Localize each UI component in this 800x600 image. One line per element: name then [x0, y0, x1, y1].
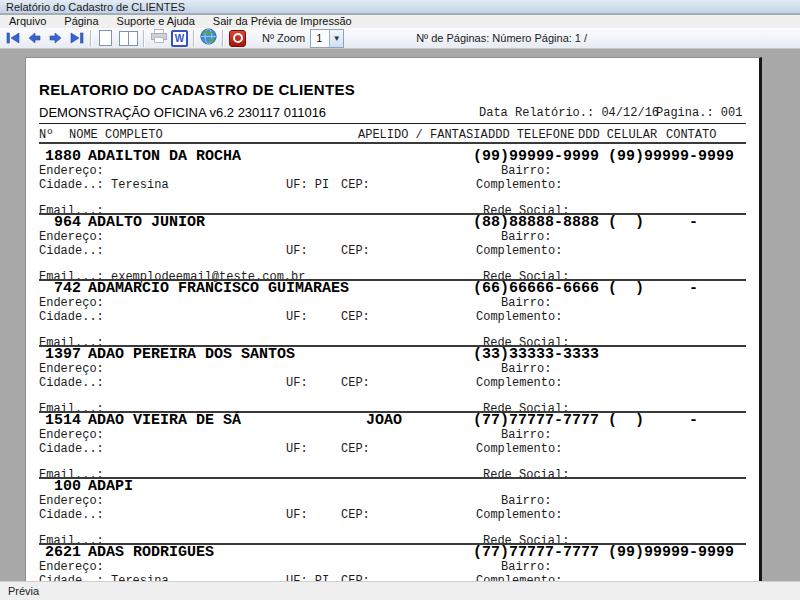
column-header-nome: NOME COMPLETO — [69, 129, 163, 141]
record-number: 1514 — [36, 413, 81, 428]
record-phones: (66)66666-6666 ( ) - — [473, 281, 698, 296]
record-number: 1397 — [36, 347, 81, 362]
record-cep-label: CEP: — [341, 245, 370, 257]
single-page-view-button[interactable] — [95, 29, 116, 47]
column-header-rule — [39, 142, 746, 144]
record-row: 1880 ADAILTON DA ROCHA (99)99999-9999 (9… — [26, 149, 759, 215]
word-export-icon: W — [171, 30, 188, 47]
next-page-button[interactable] — [45, 29, 66, 47]
record-phones: (88)88888-8888 ( ) - — [473, 215, 698, 230]
toolbar-separator — [193, 30, 195, 47]
column-header-celular: DDD CELULAR — [578, 129, 657, 141]
record-row: 964 ADALTO JUNIOR (88)88888-8888 ( ) - E… — [26, 215, 759, 281]
record-bairro-label: Bairro: — [501, 165, 551, 177]
export-web-button[interactable] — [198, 29, 219, 47]
record-complemento-label: Complemento: — [476, 245, 562, 257]
export-word-button[interactable]: W — [169, 29, 190, 47]
column-header-contato: CONTATO — [666, 129, 716, 141]
previous-page-button[interactable] — [24, 29, 45, 47]
record-name: ADAPI — [88, 479, 133, 494]
window-title: Relatório do Cadastro de CLIENTES — [6, 1, 185, 13]
record-complemento-label: Complemento: — [476, 443, 562, 455]
menu-item-arquivo[interactable]: Arquivo — [0, 15, 55, 28]
toolbar-separator — [143, 30, 145, 47]
record-row: 100 ADAPI Endereço: Bairro: Cidade..: UF… — [26, 479, 759, 545]
record-complemento-label: Complemento: — [476, 179, 562, 191]
printer-icon — [151, 29, 167, 47]
record-bairro-label: Bairro: — [501, 429, 551, 441]
header-rule — [39, 123, 746, 124]
first-page-button[interactable] — [3, 29, 24, 47]
record-cep-label: CEP: — [341, 377, 370, 389]
pdf-export-icon — [229, 30, 246, 47]
two-pages-view-button[interactable] — [116, 29, 140, 47]
menu-bar: Arquivo Página Suporte e Ajuda Sair da P… — [0, 15, 800, 28]
next-page-icon — [48, 32, 63, 44]
two-pages-icon — [119, 31, 137, 45]
record-row: 2621 ADAS RODRIGUES (77)77777-7777 (99)9… — [26, 545, 759, 584]
record-number: 964 — [36, 215, 81, 230]
report-date: Data Relatório.: 04/12/16 — [479, 107, 659, 119]
record-endereco-label: Endereço: — [39, 363, 104, 375]
export-pdf-button[interactable] — [227, 29, 248, 47]
record-endereco-label: Endereço: — [39, 495, 104, 507]
toolbar-separator — [222, 30, 224, 47]
record-endereco-label: Endereço: — [39, 429, 104, 441]
record-bairro-label: Bairro: — [501, 495, 551, 507]
record-cidade: Cidade..: — [39, 245, 104, 257]
report-title: RELATORIO DO CADASTRO DE CLIENTES — [39, 81, 355, 98]
record-row: 1397 ADAO PEREIRA DOS SANTOS (33)33333-3… — [26, 347, 759, 413]
previous-page-icon — [27, 32, 42, 44]
record-phones: (77)77777-7777 (99)99999-9999 — [473, 545, 734, 560]
last-page-icon — [69, 32, 84, 44]
record-name: ADAO PEREIRA DOS SANTOS — [88, 347, 295, 362]
record-cidade: Cidade..: Teresina — [39, 179, 169, 191]
record-cidade: Cidade..: — [39, 377, 104, 389]
record-cidade: Cidade..: — [39, 509, 104, 521]
pages-counter-label: Nº de Páginas: Número Página: 1 / — [416, 32, 587, 44]
menu-item-sair-previa[interactable]: Sair da Prévia de Impressão — [204, 15, 361, 28]
record-number: 2621 — [36, 545, 81, 560]
record-endereco-label: Endereço: — [39, 165, 104, 177]
chevron-down-icon[interactable]: ▼ — [329, 30, 343, 47]
record-phones: (33)33333-3333 — [473, 347, 599, 362]
app-window: Relatório do Cadastro de CLIENTES Arquiv… — [0, 0, 800, 600]
record-cidade: Cidade..: — [39, 311, 104, 323]
record-cep-label: CEP: — [341, 311, 370, 323]
record-bairro-label: Bairro: — [501, 363, 551, 375]
status-text: Prévia — [8, 585, 39, 597]
record-row: 1514 ADAO VIEIRA DE SÁ JOAO (77)77777-77… — [26, 413, 759, 479]
report-page-number: Pagina.: 001 — [656, 107, 742, 119]
zoom-select[interactable]: 1 ▼ — [310, 29, 344, 48]
record-name: ADAILTON DA ROCHA — [88, 149, 241, 164]
record-endereco-label: Endereço: — [39, 297, 104, 309]
record-number: 1880 — [36, 149, 81, 164]
report-subtitle: DEMONSTRAÇÃO OFICINA v6.2 230117 011016 — [39, 105, 326, 120]
column-header-telefone: DDD TELEFONE — [488, 129, 574, 141]
record-endereco-label: Endereço: — [39, 561, 104, 573]
status-bar: Prévia — [0, 581, 800, 600]
toolbar: W Nº Zoom 1 ▼ Nº de Páginas: Número Pági… — [0, 28, 800, 49]
menu-item-pagina[interactable]: Página — [55, 15, 107, 28]
record-cidade: Cidade..: — [39, 443, 104, 455]
preview-workspace: RELATORIO DO CADASTRO DE CLIENTES DEMONS… — [0, 50, 800, 581]
record-phones: (77)77777-7777 ( ) - — [473, 413, 698, 428]
record-row: 742 ADAMARCIO FRANCISCO GUIMARAES (66)66… — [26, 281, 759, 347]
record-cep-label: CEP: — [341, 443, 370, 455]
record-bairro-label: Bairro: — [501, 231, 551, 243]
record-phones: (99)99999-9999 (99)99999-9999 — [473, 149, 734, 164]
column-header-num: Nº — [39, 129, 53, 141]
record-bairro-label: Bairro: — [501, 561, 551, 573]
record-cep-label: CEP: — [341, 179, 370, 191]
record-name: ADAMARCIO FRANCISCO GUIMARAES — [88, 281, 349, 296]
record-cep-label: CEP: — [341, 509, 370, 521]
record-endereco-label: Endereço: — [39, 231, 104, 243]
record-name: ADAS RODRIGUES — [88, 545, 214, 560]
record-uf: UF: — [286, 377, 308, 389]
last-page-button[interactable] — [66, 29, 87, 47]
menu-item-suporte[interactable]: Suporte e Ajuda — [108, 15, 204, 28]
record-complemento-label: Complemento: — [476, 509, 562, 521]
print-button[interactable] — [148, 29, 169, 47]
toolbar-separator — [90, 30, 92, 47]
record-uf: UF: — [286, 509, 308, 521]
